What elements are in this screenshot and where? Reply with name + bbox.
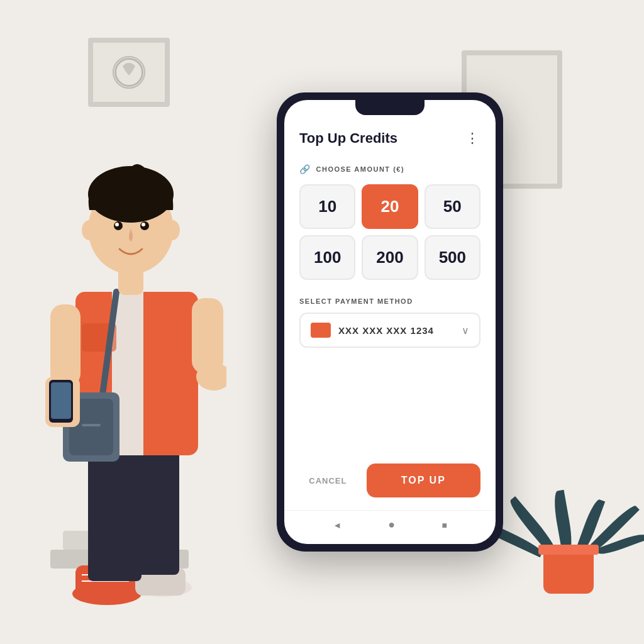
amount-50-button[interactable]: 50	[425, 184, 480, 229]
chevron-down-icon: ∨	[462, 325, 469, 336]
svg-rect-19	[51, 382, 71, 419]
svg-rect-15	[82, 424, 101, 426]
svg-point-31	[165, 220, 180, 240]
amount-10-button[interactable]: 10	[299, 184, 355, 229]
more-options-button[interactable]: ⋮	[465, 130, 480, 147]
amount-500-button[interactable]: 500	[425, 235, 480, 280]
page-title: Top Up Credits	[299, 130, 397, 147]
svg-rect-7	[88, 443, 142, 581]
svg-point-30	[82, 220, 97, 240]
svg-point-28	[115, 223, 119, 226]
amount-20-button[interactable]: 20	[362, 184, 418, 229]
amount-100-button[interactable]: 100	[299, 235, 355, 280]
svg-rect-20	[192, 298, 223, 374]
payment-card-icon	[311, 323, 331, 338]
phone-header: Top Up Credits ⋮	[299, 130, 480, 147]
amount-grid: 10 20 50 100 200 500	[299, 184, 480, 280]
svg-rect-16	[50, 304, 80, 386]
payment-card-number: XXX XXX XXX 1234	[338, 325, 454, 336]
person-svg	[19, 91, 226, 606]
phone-notch	[355, 100, 425, 115]
svg-rect-22	[208, 364, 215, 386]
phone-wrapper: Top Up Credits ⋮ 🔗 CHOOSE AMOUNT (€) 10 …	[277, 92, 503, 552]
action-buttons: CANCEL TOP UP	[299, 464, 480, 497]
choose-amount-label: 🔗 CHOOSE AMOUNT (€)	[299, 164, 480, 174]
amount-200-button[interactable]: 200	[362, 235, 418, 280]
topup-button[interactable]: TOP UP	[367, 464, 480, 497]
phone-screen: Top Up Credits ⋮ 🔗 CHOOSE AMOUNT (€) 10 …	[284, 100, 496, 544]
payment-dropdown[interactable]: XXX XXX XXX 1234 ∨	[299, 313, 480, 348]
svg-rect-8	[135, 443, 179, 575]
plant-leaves	[512, 414, 625, 553]
phone-content: Top Up Credits ⋮ 🔗 CHOOSE AMOUNT (€) 10 …	[284, 100, 496, 510]
phone-nav-bar: ◄ ● ■	[284, 510, 496, 544]
person-illustration	[19, 91, 226, 606]
nav-back-button[interactable]: ◄	[333, 520, 341, 530]
nav-recents-button[interactable]: ■	[441, 520, 447, 530]
svg-point-29	[142, 223, 145, 226]
nav-home-button[interactable]: ●	[388, 518, 395, 531]
cancel-button[interactable]: CANCEL	[299, 465, 357, 497]
plant	[543, 550, 594, 594]
phone-frame: Top Up Credits ⋮ 🔗 CHOOSE AMOUNT (€) 10 …	[277, 92, 503, 552]
payment-method-label: SELECT PAYMENT METHOD	[299, 297, 480, 305]
plant-pot	[543, 550, 594, 594]
link-icon: 🔗	[299, 164, 311, 174]
svg-point-0	[113, 57, 145, 88]
